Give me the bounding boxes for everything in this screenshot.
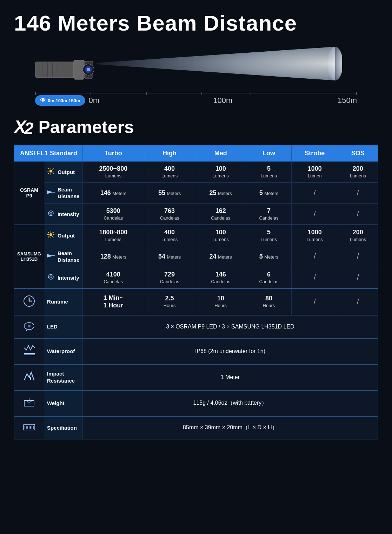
runtime-strobe: / <box>291 288 338 315</box>
impact-value: 1 Meter <box>82 364 378 390</box>
samsung-intensity-turbo: 4100Candelas <box>82 267 144 288</box>
runtime-turbo: 1 Min~1 Hour <box>82 288 144 315</box>
samsung-beam-high: 54 Meters <box>144 246 195 267</box>
row-led: LED <box>44 315 82 338</box>
led-icon <box>23 321 35 331</box>
table-row: LED 3 × OSRAM P9 LED / 3 × SAMSUNG LH351… <box>14 315 378 338</box>
osram-output-high: 400Lumens <box>144 161 195 182</box>
svg-line-32 <box>52 236 53 237</box>
samsung-output-med: 100Lumens <box>195 225 246 246</box>
svg-line-19 <box>52 168 53 169</box>
row-intensity-samsung: Intensity <box>44 267 82 288</box>
svg-point-39 <box>51 276 51 277</box>
weight-label: Weight <box>47 400 65 406</box>
header-strobe: Strobe <box>291 145 338 161</box>
table-row: Intensity 4100Candelas 729Candelas 146Ca… <box>14 267 378 288</box>
osram-intensity-low: 7Candelas <box>246 203 291 225</box>
table-row: Waterproof IP68 (2m underwater for 1h) <box>14 338 378 364</box>
eye-icon: 👁 <box>40 97 46 104</box>
clock-icon <box>23 295 35 307</box>
table-row: BeamDistanse 146 Meters 55 Meters 25 Met… <box>14 182 378 203</box>
flashlight-icon <box>35 58 97 83</box>
header-med: Med <box>195 145 246 161</box>
runtime-low: 80Hours <box>246 288 291 315</box>
intensity-label-2: Intensity <box>58 274 79 281</box>
samsung-output-turbo: 1800~800Lumens <box>82 225 144 246</box>
ruler-100m: 100m <box>156 96 290 105</box>
samsung-output-low: 5Lumens <box>246 225 291 246</box>
row-beam-osram: BeamDistanse <box>44 182 82 203</box>
row-weight: Weight <box>44 390 82 416</box>
osram-beam-low: 5 Meters <box>246 182 291 203</box>
samsung-output-high: 400Lumens <box>144 225 195 246</box>
svg-point-25 <box>51 213 51 214</box>
led-icon-cell <box>14 315 44 338</box>
samsung-beam-sos: / <box>338 246 378 267</box>
impact-icon-cell <box>14 364 44 390</box>
table-row: SAMSUMGLH351D Output 1800~800Lumens 400L… <box>14 225 378 246</box>
svg-marker-35 <box>47 254 52 258</box>
visible-range-label: 0m,100m,150m <box>48 98 80 103</box>
osram-output-sos: 200Lumens <box>338 161 378 182</box>
table-row: Specifiation 85mm × 39mm × 20mm（L × D × … <box>14 416 378 439</box>
table-row: BeamDistanse 128 Meters 54 Meters 24 Met… <box>14 246 378 267</box>
osram-output-turbo: 2500~800Lumens <box>82 161 144 182</box>
svg-point-9 <box>87 68 90 71</box>
section-title: X2 Parameters <box>14 116 378 138</box>
svg-line-31 <box>48 232 49 233</box>
samsung-intensity-low: 6Candelas <box>246 267 291 288</box>
row-intensity-osram: Intensity <box>44 203 82 225</box>
osram-beam-med: 25 Meters <box>195 182 246 203</box>
osram-intensity-strobe: / <box>291 203 338 225</box>
svg-rect-0 <box>35 62 77 78</box>
samsung-intensity-strobe: / <box>291 267 338 288</box>
impact-label: ImpactResistance <box>47 371 75 384</box>
osram-intensity-turbo: 5300Candelas <box>82 203 144 225</box>
header-turbo: Turbo <box>82 145 144 161</box>
parameters-table: ANSI FL1 Standard Turbo High Med Low Str… <box>14 145 378 439</box>
svg-marker-11 <box>97 47 335 80</box>
runtime-label: Runtime <box>47 299 68 305</box>
intensity-label: Intensity <box>58 211 79 218</box>
spec-value: 85mm × 39mm × 20mm（L × D × H） <box>82 416 378 439</box>
row-output-osram: Output <box>44 161 82 182</box>
beam-icon-2 <box>47 252 55 261</box>
row-output-samsung: Output <box>44 225 82 246</box>
samsung-output-strobe: 1000Lumens <box>291 225 338 246</box>
samsung-output-sos: 200Lumens <box>338 225 378 246</box>
osram-beam-sos: / <box>338 182 378 203</box>
svg-line-17 <box>48 168 49 169</box>
table-row: Runtime 1 Min~1 Hour 2.5Hours 10Hours 80… <box>14 288 378 315</box>
runtime-icon-cell <box>14 288 44 315</box>
osram-beam-strobe: / <box>291 182 338 203</box>
weight-icon-cell <box>14 390 44 416</box>
row-spec: Specifiation <box>44 416 82 439</box>
header-high: High <box>144 145 195 161</box>
samsung-beam-low: 5 Meters <box>246 246 291 267</box>
svg-line-34 <box>48 236 49 237</box>
impact-icon <box>23 370 35 383</box>
header-standard: ANSI FL1 Standard <box>14 145 83 161</box>
runtime-high: 2.5Hours <box>144 288 195 315</box>
osram-output-strobe: 1000Lumen <box>291 161 338 182</box>
samsung-intensity-sos: / <box>338 267 378 288</box>
osram-output-med: 100Lumens <box>195 161 246 182</box>
svg-line-18 <box>52 172 53 174</box>
osram-beam-high: 55 Meters <box>144 182 195 203</box>
model-name: X2 <box>14 116 33 138</box>
row-impact: ImpactResistance <box>44 364 82 390</box>
output-icon-2 <box>47 231 55 240</box>
spec-icon-cell <box>14 416 44 439</box>
svg-point-26 <box>49 233 52 236</box>
ruler-0m: 0m <box>85 96 156 105</box>
svg-point-12 <box>49 170 52 172</box>
waterproof-icon <box>23 344 35 357</box>
page-title: 146 Meters Beam Distance <box>14 11 378 35</box>
runtime-sos: / <box>338 288 378 315</box>
table-row: Weight 115g / 4.06oz（with battery） <box>14 390 378 416</box>
spec-icon <box>23 422 35 432</box>
table-row: Intensity 5300Candelas 763Candelas 162Ca… <box>14 203 378 225</box>
row-waterproof: Waterproof <box>44 338 82 364</box>
spec-label: Specifiation <box>47 425 77 431</box>
row-beam-samsung: BeamDistanse <box>44 246 82 267</box>
